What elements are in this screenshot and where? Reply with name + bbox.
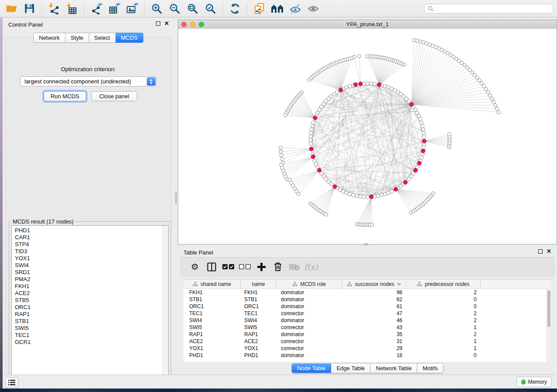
table-cell: connector bbox=[277, 345, 342, 352]
column-header-shared-name[interactable]: shared name bbox=[183, 279, 241, 289]
table-row[interactable]: TEC1TEC1connector472 bbox=[183, 310, 551, 317]
column-header-mcds-role[interactable]: MCDS role bbox=[277, 279, 342, 289]
close-window-icon[interactable] bbox=[181, 22, 187, 27]
float-panel-icon[interactable] bbox=[156, 21, 160, 26]
tab-style[interactable]: Style bbox=[66, 33, 89, 43]
deselect-all-button[interactable] bbox=[236, 259, 253, 275]
table-cell: 0 bbox=[406, 296, 481, 303]
network-title-bar[interactable]: YPA_prune.txt_1 bbox=[178, 20, 557, 29]
mcds-result-item[interactable]: SWI5 bbox=[15, 325, 168, 332]
mcds-list-scrollbar[interactable] bbox=[163, 226, 168, 378]
tab-node-table[interactable]: Node Table bbox=[292, 364, 332, 373]
mcds-result-item[interactable]: PMA2 bbox=[15, 276, 168, 283]
search-input[interactable] bbox=[434, 6, 553, 12]
run-mcds-button[interactable]: Run MCDS bbox=[44, 91, 86, 101]
table-row[interactable]: YOX1YOX1connector291 bbox=[183, 345, 551, 352]
table-header-row: shared namenameMCDS rolesuccessor nodesp… bbox=[183, 279, 551, 289]
deselect-all-icon bbox=[239, 264, 251, 269]
mcds-result-item[interactable]: SWI4 bbox=[15, 262, 168, 269]
mcds-result-item[interactable]: RAP1 bbox=[15, 311, 168, 318]
mcds-result-item[interactable]: ORC1 bbox=[15, 304, 168, 311]
scrollbar-thumb[interactable] bbox=[547, 290, 550, 327]
mcds-result-item[interactable]: FKH1 bbox=[15, 283, 168, 290]
toolbar-separator bbox=[84, 3, 84, 15]
mcds-result-item[interactable]: STP4 bbox=[15, 241, 168, 248]
show-all-button[interactable] bbox=[304, 1, 322, 16]
float-panel-icon[interactable] bbox=[538, 249, 543, 254]
table-row[interactable]: STB1STB1dominator620 bbox=[183, 296, 551, 303]
mcds-result-item[interactable]: STB1 bbox=[15, 318, 168, 325]
tab-edge-table[interactable]: Edge Table bbox=[331, 364, 370, 373]
table-row[interactable]: SWI4SWI4dominator462 bbox=[183, 317, 551, 324]
table-cell: ACE2 bbox=[183, 338, 241, 345]
save-session-button[interactable] bbox=[21, 1, 38, 16]
clone-network-button[interactable] bbox=[250, 1, 268, 16]
zoom-selected-button[interactable] bbox=[201, 1, 219, 16]
export-table-button[interactable] bbox=[105, 1, 123, 16]
column-header-successor-nodes[interactable]: successor nodes bbox=[342, 279, 406, 289]
mcds-result-item[interactable]: CAR1 bbox=[15, 234, 168, 241]
network-canvas[interactable] bbox=[178, 29, 557, 244]
import-table-button[interactable] bbox=[63, 1, 81, 16]
column-type-icon bbox=[193, 282, 198, 286]
delete-table-button[interactable] bbox=[286, 259, 303, 275]
table-settings-button[interactable]: ⚙ bbox=[187, 259, 203, 275]
open-file-button[interactable] bbox=[3, 1, 21, 16]
mcds-result-item[interactable]: ACE2 bbox=[15, 290, 168, 297]
table-cell: 1 bbox=[406, 345, 481, 352]
close-panel-icon[interactable] bbox=[164, 21, 169, 26]
add-column-button[interactable] bbox=[253, 259, 270, 275]
zoom-out-button[interactable] bbox=[166, 1, 183, 16]
memory-status-dot bbox=[521, 379, 526, 385]
column-header-predecessor-nodes[interactable]: predecessor nodes bbox=[406, 279, 481, 289]
hide-selected-button[interactable] bbox=[286, 1, 304, 16]
mcds-result-item[interactable]: PHD1 bbox=[15, 227, 168, 234]
minimize-window-icon[interactable] bbox=[190, 22, 195, 27]
mcds-result-item[interactable]: TID3 bbox=[15, 248, 168, 255]
mcds-result-item[interactable]: SRD1 bbox=[15, 269, 168, 276]
node-table: shared namenameMCDS rolesuccessor nodesp… bbox=[183, 279, 551, 362]
maximize-window-icon[interactable] bbox=[199, 22, 204, 27]
optimization-criterion-select[interactable]: largest connected component (undirected) bbox=[20, 76, 156, 86]
tab-motifs[interactable]: Motifs bbox=[417, 364, 443, 373]
table-row[interactable]: RAP1RAP1dominator352 bbox=[183, 331, 551, 338]
apply-function-button[interactable]: f(x) bbox=[303, 259, 319, 275]
memory-button[interactable]: Memory bbox=[516, 377, 552, 387]
zoom-in-button[interactable] bbox=[148, 1, 166, 16]
mcds-result-item[interactable]: YOX1 bbox=[15, 255, 168, 262]
show-columns-button[interactable] bbox=[203, 259, 220, 275]
table-cell: connector bbox=[277, 338, 342, 345]
export-image-button[interactable] bbox=[123, 1, 141, 16]
column-header-name[interactable]: name bbox=[241, 279, 277, 289]
table-row[interactable]: FKH1FKH1dominator962 bbox=[183, 289, 551, 296]
tab-select[interactable]: Select bbox=[89, 33, 116, 43]
first-neighbors-button[interactable] bbox=[268, 1, 286, 16]
vertical-splitter[interactable] bbox=[175, 18, 178, 375]
table-row[interactable]: ORC1ORC1dominator610 bbox=[183, 303, 551, 310]
select-all-button[interactable] bbox=[220, 259, 236, 275]
close-panel-icon[interactable] bbox=[547, 249, 551, 254]
refresh-layout-button[interactable] bbox=[226, 1, 244, 16]
table-cell: dominator bbox=[277, 352, 342, 359]
export-network-button[interactable] bbox=[87, 1, 105, 16]
table-row[interactable]: ACE2ACE2connector311 bbox=[183, 338, 551, 345]
memory-label: Memory bbox=[528, 379, 547, 385]
tab-network-table[interactable]: Network Table bbox=[370, 364, 417, 373]
table-row[interactable]: PHD1PHD1dominator180 bbox=[183, 352, 551, 359]
mcds-result-item[interactable]: STB5 bbox=[15, 297, 168, 304]
tab-mcds[interactable]: MCDS bbox=[116, 33, 143, 43]
mcds-result-listwrap: PHD1CAR1STP4TID3YOX1SWI4SRD1PMA2FKH1ACE2… bbox=[11, 225, 169, 379]
mcds-result-item[interactable]: GCR1 bbox=[15, 339, 168, 346]
table-scrollbar[interactable] bbox=[547, 289, 551, 362]
table-row[interactable]: SWI5SWI5connector431 bbox=[183, 324, 551, 331]
task-history-button[interactable] bbox=[5, 377, 18, 388]
splitter-grip[interactable] bbox=[175, 192, 177, 204]
zoom-fit-button[interactable] bbox=[183, 1, 201, 16]
mcds-result-item[interactable]: TEC1 bbox=[15, 332, 168, 339]
first-neighbors-icon bbox=[271, 3, 284, 14]
close-panel-button[interactable]: Close panel bbox=[91, 91, 137, 101]
table-cell: 2 bbox=[406, 331, 481, 338]
delete-column-button[interactable] bbox=[270, 259, 286, 275]
import-network-button[interactable] bbox=[45, 1, 63, 16]
tab-network[interactable]: Network bbox=[33, 33, 66, 43]
